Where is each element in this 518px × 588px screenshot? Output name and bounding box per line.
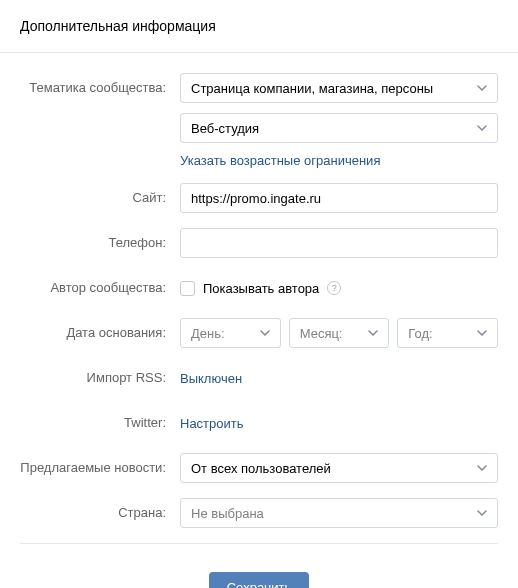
chevron-down-icon <box>477 465 487 471</box>
select-topic-subcategory-value: Веб-студия <box>191 121 259 136</box>
chevron-down-icon <box>477 330 487 336</box>
row-author: Автор сообщества: Показывать автора ? <box>20 273 498 303</box>
select-country-value: Не выбрана <box>191 506 264 521</box>
control-foundation: День: Месяц: Год: <box>180 318 498 348</box>
control-rss: Выключен <box>180 363 498 393</box>
label-rss: Импорт RSS: <box>20 363 180 393</box>
chevron-down-icon <box>477 125 487 131</box>
save-button[interactable]: Сохранить <box>209 572 310 588</box>
control-country: Не выбрана <box>180 498 498 528</box>
author-checkbox[interactable] <box>180 281 195 296</box>
select-topic-category-value: Страница компании, магазина, персоны <box>191 81 433 96</box>
chevron-down-icon <box>477 510 487 516</box>
help-icon[interactable]: ? <box>327 281 341 295</box>
foundation-date-group: День: Месяц: Год: <box>180 318 498 348</box>
chevron-down-icon <box>477 85 487 91</box>
chevron-down-icon <box>368 330 378 336</box>
rss-value-wrapper: Выключен <box>180 363 498 393</box>
label-author: Автор сообщества: <box>20 273 180 303</box>
row-news: Предлагаемые новости: От всех пользовате… <box>20 453 498 483</box>
control-topic: Страница компании, магазина, персоны Веб… <box>180 73 498 168</box>
row-phone: Телефон: <box>20 228 498 258</box>
author-checkbox-label: Показывать автора <box>203 281 319 296</box>
divider <box>20 543 498 544</box>
label-twitter: Twitter: <box>20 408 180 438</box>
rss-link[interactable]: Выключен <box>180 371 242 386</box>
author-checkbox-row: Показывать автора ? <box>180 273 498 303</box>
control-phone <box>180 228 498 258</box>
row-twitter: Twitter: Настроить <box>20 408 498 438</box>
select-foundation-day-value: День: <box>191 326 225 341</box>
age-restriction-link[interactable]: Указать возрастные ограничения <box>180 153 498 168</box>
select-news-value: От всех пользователей <box>191 461 331 476</box>
control-site <box>180 183 498 213</box>
twitter-link[interactable]: Настроить <box>180 416 244 431</box>
site-input[interactable] <box>191 191 487 206</box>
button-area: Сохранить <box>0 554 518 588</box>
row-topic: Тематика сообщества: Страница компании, … <box>20 73 498 168</box>
site-input-wrapper <box>180 183 498 213</box>
form-area: Тематика сообщества: Страница компании, … <box>0 53 518 554</box>
label-foundation: Дата основания: <box>20 318 180 348</box>
select-country[interactable]: Не выбрана <box>180 498 498 528</box>
row-site: Сайт: <box>20 183 498 213</box>
page-header: Дополнительная информация <box>0 0 518 53</box>
select-topic-category[interactable]: Страница компании, магазина, персоны <box>180 73 498 103</box>
select-foundation-month[interactable]: Месяц: <box>289 318 390 348</box>
twitter-value-wrapper: Настроить <box>180 408 498 438</box>
select-foundation-day[interactable]: День: <box>180 318 281 348</box>
row-rss: Импорт RSS: Выключен <box>20 363 498 393</box>
page-title: Дополнительная информация <box>20 18 498 34</box>
row-foundation: Дата основания: День: Месяц: Год: <box>20 318 498 348</box>
chevron-down-icon <box>260 330 270 336</box>
select-foundation-year-value: Год: <box>408 326 432 341</box>
phone-input[interactable] <box>191 236 487 251</box>
select-foundation-year[interactable]: Год: <box>397 318 498 348</box>
age-restriction-link-text: Указать возрастные ограничения <box>180 153 380 168</box>
label-news: Предлагаемые новости: <box>20 453 180 483</box>
control-twitter: Настроить <box>180 408 498 438</box>
select-topic-subcategory[interactable]: Веб-студия <box>180 113 498 143</box>
label-site: Сайт: <box>20 183 180 213</box>
row-country: Страна: Не выбрана <box>20 498 498 528</box>
phone-input-wrapper <box>180 228 498 258</box>
label-topic: Тематика сообщества: <box>20 73 180 103</box>
label-phone: Телефон: <box>20 228 180 258</box>
select-news[interactable]: От всех пользователей <box>180 453 498 483</box>
select-foundation-month-value: Месяц: <box>300 326 343 341</box>
label-country: Страна: <box>20 498 180 528</box>
control-news: От всех пользователей <box>180 453 498 483</box>
control-author: Показывать автора ? <box>180 273 498 303</box>
